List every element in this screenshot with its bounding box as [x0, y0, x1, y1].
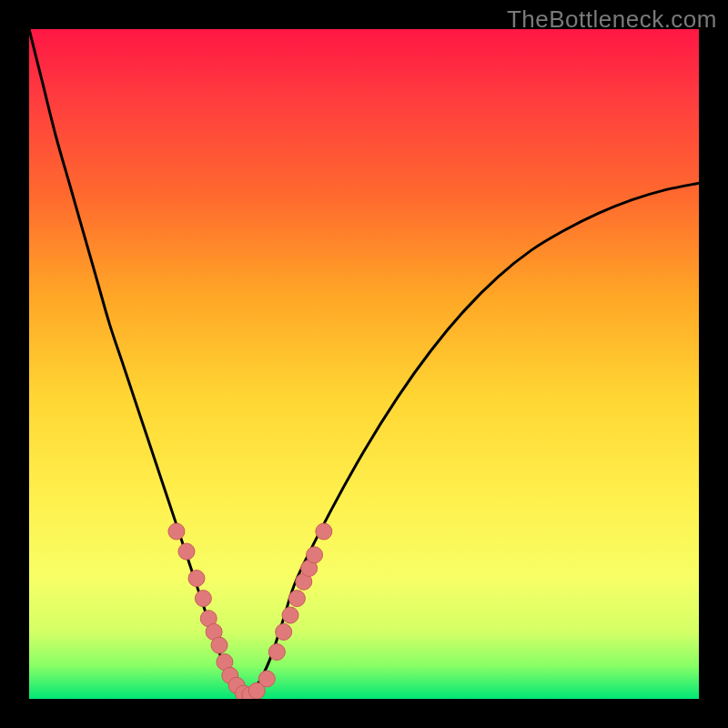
- data-point: [316, 523, 332, 540]
- data-point: [195, 591, 211, 607]
- data-point: [307, 547, 323, 563]
- gradient-background: [29, 29, 699, 699]
- data-point: [268, 643, 285, 660]
- watermark-text: TheBottleneck.com: [507, 5, 717, 34]
- data-point: [168, 523, 185, 540]
- bottleneck-chart: [29, 29, 699, 699]
- data-point: [211, 637, 228, 653]
- data-point: [188, 571, 205, 587]
- plot-area: [29, 29, 699, 699]
- data-point: [178, 543, 195, 560]
- data-point: [288, 591, 305, 607]
- data-point: [258, 671, 275, 687]
- chart-frame: TheBottleneck.com: [0, 0, 728, 728]
- data-point: [282, 607, 298, 623]
- data-point: [276, 623, 292, 640]
